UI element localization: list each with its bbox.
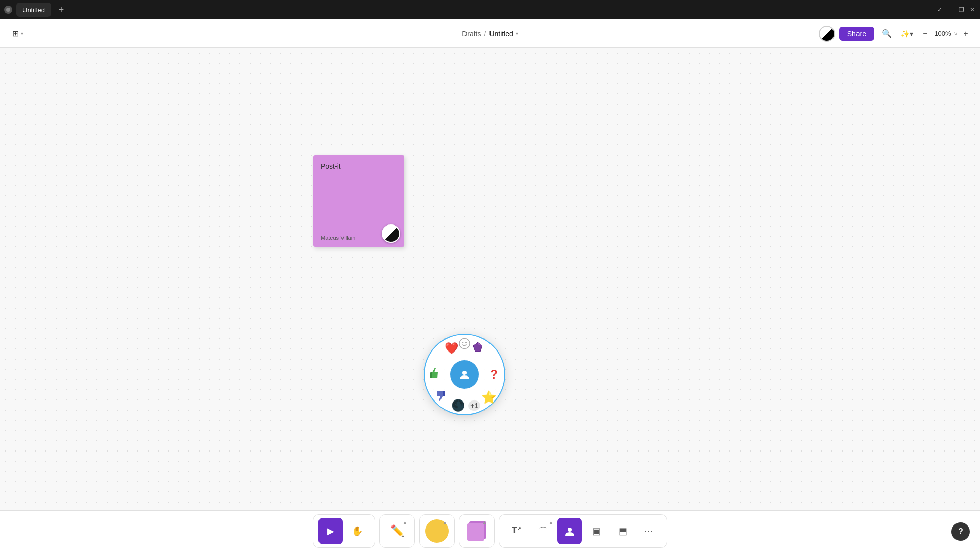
path-icon: ⌒ — [538, 525, 548, 537]
reaction-star-icon[interactable]: ⭐ — [481, 390, 497, 405]
text-tool-button[interactable]: T↗ — [504, 518, 529, 544]
breadcrumb-separator: / — [484, 30, 486, 38]
text-icon: T↗ — [512, 526, 521, 535]
shapes-chevron-icon: ▲ — [443, 520, 447, 525]
postit-author: Mateus Villain — [321, 235, 355, 241]
share-button[interactable]: Share — [839, 27, 874, 41]
shapes-section: ▲ — [419, 514, 455, 548]
cursor-section: ▶ ✋ — [313, 514, 375, 548]
zoom-level: 100% — [934, 30, 952, 37]
reaction-gem-icon[interactable] — [472, 341, 483, 356]
frame-tool-button[interactable]: ▣ — [584, 518, 608, 544]
active-tab[interactable]: Untitled — [16, 3, 51, 17]
maximize-button[interactable]: ❐ — [958, 6, 965, 13]
connector-icon — [564, 525, 575, 537]
path-chevron-icon: ▲ — [549, 520, 553, 525]
postit-note[interactable]: Post-it Mateus Villain — [313, 155, 404, 247]
canvas[interactable]: Post-it Mateus Villain ❤️ ? — [0, 48, 980, 510]
avatar[interactable] — [819, 26, 835, 42]
svg-rect-6 — [430, 372, 432, 378]
postit-avatar — [382, 224, 400, 243]
breadcrumb: Drafts / Untitled ▾ — [462, 30, 518, 38]
cursor-tool-button[interactable]: ▶ — [318, 518, 343, 544]
elements-section: T↗ ⌒ ▲ ▣ ⬒ ⋯ — [499, 514, 667, 548]
cursor-icon: ▶ — [327, 525, 334, 537]
zoom-out-button[interactable]: − — [919, 28, 932, 40]
magic-button[interactable]: ✨▾ — [899, 26, 915, 42]
svg-point-0 — [6, 8, 10, 12]
tools-right: Share 🔍 ✨▾ − 100% ∨ + — [819, 26, 972, 42]
sticky-chevron-icon: ▲ — [482, 520, 487, 525]
asset-icon: ⬒ — [619, 525, 627, 537]
zoom-chevron-icon: ∨ — [954, 31, 958, 36]
stickies-section: ▲ — [459, 514, 495, 548]
tools-grid-icon: ⊞ — [12, 29, 19, 38]
bottom-toolbar: ▶ ✋ ✏️ ▲ ▲ ▲ T↗ ⌒ — [0, 510, 980, 551]
help-button[interactable]: ? — [951, 522, 970, 541]
app-icon — [4, 6, 12, 14]
window-controls: ✓ — ❐ ✕ — [937, 6, 976, 13]
tools-chevron-icon: ▾ — [21, 31, 23, 36]
search-button[interactable]: 🔍 — [878, 26, 895, 42]
reaction-question-icon[interactable]: ? — [490, 367, 498, 382]
reaction-wheel: ❤️ ? ⭐ 🌑 +1 — [424, 334, 505, 415]
breadcrumb-chevron-icon: ▾ — [516, 31, 518, 36]
reaction-heart-icon[interactable]: ❤️ — [445, 342, 458, 355]
svg-point-1 — [459, 339, 470, 349]
svg-point-3 — [465, 342, 467, 343]
reaction-happy-icon[interactable] — [459, 338, 470, 352]
connector-tool-button[interactable] — [557, 518, 582, 544]
breadcrumb-drafts[interactable]: Drafts — [462, 30, 481, 38]
zoom-control: − 100% ∨ + — [919, 28, 972, 40]
reaction-thumbsup-icon[interactable] — [429, 367, 441, 382]
search-icon: 🔍 — [881, 29, 892, 38]
minimize-button[interactable]: — — [946, 6, 953, 13]
pen-icon: ✏️ — [390, 524, 404, 538]
tools-menu-button[interactable]: ⊞ ▾ — [8, 27, 28, 40]
close-button[interactable]: ✕ — [969, 6, 976, 13]
hand-icon: ✋ — [352, 525, 363, 537]
breadcrumb-current-page[interactable]: Untitled ▾ — [489, 30, 518, 38]
pen-tool-button[interactable]: ✏️ ▲ — [385, 518, 409, 544]
tools-left: ⊞ ▾ — [8, 27, 28, 40]
svg-rect-7 — [443, 391, 445, 396]
asset-tool-button[interactable]: ⬒ — [610, 518, 635, 544]
reaction-thumbsdown-icon[interactable] — [434, 390, 446, 405]
reaction-center-button[interactable] — [450, 360, 479, 389]
more-icon: ⋯ — [644, 525, 654, 537]
svg-point-8 — [462, 371, 467, 375]
title-bar: Untitled + ✓ — ❐ ✕ — [0, 0, 980, 19]
top-toolbar: ⊞ ▾ Drafts / Untitled ▾ Share 🔍 ✨▾ − 100… — [0, 19, 980, 48]
magic-icon: ✨▾ — [901, 30, 913, 38]
svg-point-9 — [568, 528, 572, 532]
tab-title: Untitled — [22, 6, 45, 14]
more-tools-button[interactable]: ⋯ — [637, 518, 662, 544]
sticky-tool-button[interactable]: ▲ — [464, 518, 489, 544]
hand-tool-button[interactable]: ✋ — [345, 518, 370, 544]
svg-point-2 — [462, 342, 463, 343]
pen-section: ✏️ ▲ — [379, 514, 415, 548]
pen-chevron-icon: ▲ — [403, 520, 407, 525]
shapes-tool-button[interactable]: ▲ — [425, 518, 449, 544]
zoom-in-button[interactable]: + — [960, 28, 972, 40]
frame-icon: ▣ — [592, 525, 601, 537]
add-tab-button[interactable]: + — [55, 4, 67, 16]
reaction-plusone-icon[interactable]: +1 — [468, 400, 480, 411]
postit-title: Post-it — [321, 162, 397, 170]
reaction-planet-icon[interactable]: 🌑 — [451, 399, 465, 412]
path-tool-button[interactable]: ⌒ ▲ — [531, 518, 555, 544]
